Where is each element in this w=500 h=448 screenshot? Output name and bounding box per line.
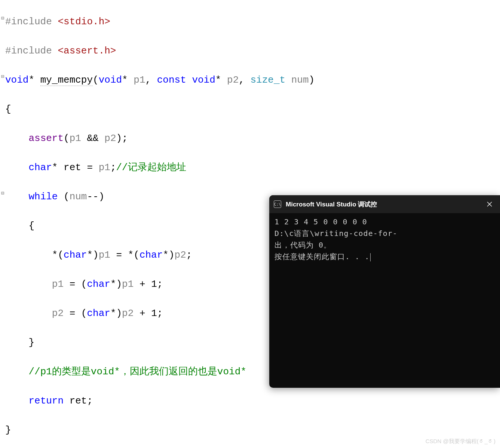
fold-marker[interactable]: ⊟ (0, 190, 5, 197)
console-output[interactable]: 1 2 3 4 5 0 0 0 0 0 D:\c语言\writing-code-… (269, 213, 500, 266)
include-path: <stdio.h> (58, 16, 110, 27)
debug-console-window[interactable]: C:\ Microsoft Visual Studio 调试控 1 2 3 4 … (269, 195, 500, 388)
close-icon (487, 202, 492, 207)
comment: //p1的类型是void*，因此我们返回的也是void* (28, 366, 246, 377)
console-titlebar[interactable]: C:\ Microsoft Visual Studio 调试控 (269, 195, 500, 213)
brace: { (5, 104, 11, 115)
close-button[interactable] (484, 198, 496, 210)
comment: //记录起始地址 (116, 162, 186, 173)
console-icon: C:\ (274, 200, 281, 208)
assert-macro: assert (28, 133, 64, 144)
console-title: Microsoft Visual Studio 调试控 (286, 200, 479, 209)
output-line-2: D:\c语言\writing-code-for- (274, 229, 398, 238)
preprocessor: #include (5, 16, 58, 27)
include-path: <assert.h> (58, 45, 116, 56)
fold-marker[interactable]: ⊟ (0, 15, 5, 22)
output-line-1: 1 2 3 4 5 0 0 0 0 0 (274, 217, 367, 226)
watermark: CSDN @我要学编程(ಥ_ಥ) (426, 438, 496, 445)
gutter (0, 44, 5, 52)
kw-void: void (5, 74, 28, 86)
text-cursor (370, 253, 371, 261)
output-line-4: 按任意键关闭此窗口. . . (274, 252, 369, 261)
fold-marker[interactable]: ⊟ (0, 73, 5, 81)
preprocessor: #include (5, 45, 58, 56)
output-line-3: 出，代码为 0。 (274, 240, 331, 249)
func-name: my_memcpy (40, 74, 93, 86)
